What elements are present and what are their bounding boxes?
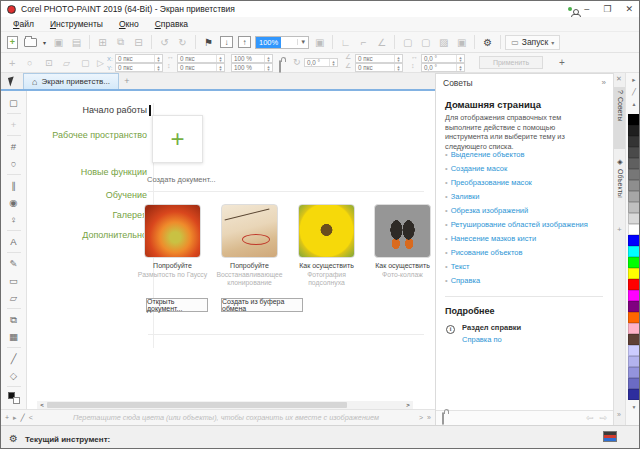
skew-y-field[interactable]: 0 пкс▲▼ — [355, 63, 403, 72]
palette-swatch[interactable] — [628, 180, 640, 191]
palette-swatch[interactable] — [628, 356, 640, 367]
scale-lock-icon[interactable] — [279, 61, 281, 72]
palette-swatch[interactable] — [628, 334, 640, 345]
menu-item-help[interactable]: Справка — [148, 18, 195, 30]
tips-link-fills[interactable]: •Заливки — [445, 192, 479, 201]
menu-item-tools[interactable]: Инструменты — [43, 18, 110, 30]
tips-link-transform-masks[interactable]: •Преобразование масок — [445, 178, 532, 187]
create-from-clipboard-button[interactable]: Создать из буфера обмена — [221, 298, 303, 312]
hscroll-left-arrow[interactable]: < — [37, 402, 47, 408]
crop-tool[interactable]: # — [4, 138, 24, 155]
rectangle-tool[interactable]: ▭ — [4, 272, 24, 289]
nav-extras[interactable]: Дополнительно — [37, 230, 147, 240]
help-topic-link[interactable]: Справка по — [462, 335, 502, 344]
tips-link-draw-objects[interactable]: •Рисование объектов — [445, 248, 522, 257]
zoom-tool[interactable]: ○ — [4, 155, 24, 172]
docker-strip-more[interactable]: » — [617, 411, 621, 418]
card-photo-collage[interactable] — [374, 204, 431, 258]
mask-brush-tool[interactable]: ♀ — [4, 211, 24, 228]
scale-x-field[interactable]: 100 %▲▼ — [231, 54, 273, 63]
palette-swatch[interactable] — [628, 378, 640, 389]
palette-scroll-down[interactable]: ▼ — [626, 404, 640, 410]
palette-eyedropper-icon[interactable]: ╱ — [626, 88, 640, 96]
status-options-gear-icon[interactable]: ⚙ — [9, 433, 18, 444]
palette-swatch[interactable] — [628, 367, 640, 378]
palette-bar-more[interactable]: » — [427, 414, 431, 421]
tips-link-create-masks[interactable]: •Создание масок — [445, 164, 507, 173]
palette-bar-flyout[interactable]: ▸ — [13, 414, 17, 422]
collapse-docker-button[interactable]: » — [602, 78, 606, 87]
palette-swatch[interactable] — [628, 169, 640, 180]
import-button[interactable]: ↓ — [218, 34, 235, 50]
palette-swatch[interactable] — [628, 224, 640, 235]
card-healing-clone[interactable] — [221, 204, 278, 258]
launch-button[interactable]: ▭ Запуск ▾ — [505, 35, 560, 50]
palette-swatch[interactable] — [628, 389, 640, 400]
tips-link-retouch[interactable]: •Ретуширование областей изображения — [445, 220, 588, 229]
options-button[interactable]: ⚙ — [479, 34, 496, 50]
palette-bar-eyedropper-icon[interactable]: ╱ — [21, 414, 25, 422]
nav-gallery[interactable]: Галерея — [37, 210, 147, 220]
paint-tool[interactable]: ✎ — [4, 255, 24, 272]
nav-workspace[interactable]: Рабочее пространство — [37, 130, 147, 140]
nav-learning[interactable]: Обучение — [37, 190, 147, 200]
mask-marquee-toggle[interactable]: ⚑ — [200, 34, 217, 50]
palette-swatch[interactable] — [628, 279, 640, 290]
minimize-button[interactable]: – — [584, 4, 589, 14]
palette-swatch[interactable] — [628, 312, 640, 323]
lock-icon[interactable] — [442, 413, 444, 424]
palette-swatch[interactable] — [628, 158, 640, 169]
hscroll-right-arrow[interactable]: > — [403, 402, 413, 408]
red-eye-removal-tool[interactable]: ◉ — [4, 194, 24, 211]
palette-scroll-up[interactable]: ▲ — [626, 101, 640, 107]
palette-swatch[interactable] — [628, 235, 640, 246]
palette-bar-scroll-right[interactable]: > — [419, 414, 423, 421]
width-field[interactable]: 0 пкс▲▼ — [177, 54, 225, 63]
tips-link-help[interactable]: •Справка — [445, 276, 480, 285]
rectangle-mask-tool[interactable]: ▢ — [4, 94, 24, 111]
palette-swatch[interactable] — [628, 147, 640, 158]
card-sunflower-photo[interactable] — [298, 204, 355, 258]
export-button[interactable]: ↑ — [236, 34, 253, 50]
nav-new-features[interactable]: Новые функции — [37, 167, 147, 177]
palette-swatch[interactable] — [628, 125, 640, 136]
new-document-button[interactable]: + — [4, 34, 21, 50]
new-tab-button[interactable]: + — [119, 73, 135, 89]
open-button[interactable] — [22, 34, 39, 50]
palette-flyout-button[interactable]: ▸ — [626, 76, 640, 84]
tips-link-crop-images[interactable]: •Обрезка изображений — [445, 206, 528, 215]
x-position-field[interactable]: 0 пкс▲▼ — [115, 54, 163, 63]
eraser-tool[interactable]: ▱ — [4, 289, 24, 306]
palette-swatch[interactable] — [628, 136, 640, 147]
text-tool[interactable]: A — [4, 233, 24, 250]
close-button[interactable]: ✕ — [625, 4, 633, 14]
hscroll-thumb[interactable] — [47, 402, 347, 408]
rotation-field[interactable]: 0,0 °▲▼ — [304, 58, 338, 67]
tips-link-text[interactable]: •Текст — [445, 262, 470, 271]
tips-link-brushstrokes[interactable]: •Нанесение мазков кисти — [445, 234, 536, 243]
palette-swatch[interactable] — [628, 290, 640, 301]
welcome-tab[interactable]: ⌂ Экран приветств... — [23, 73, 119, 89]
add-docker-button[interactable]: + — [617, 225, 622, 234]
card-gaussian-blur[interactable] — [144, 204, 201, 258]
eyedropper-tool[interactable]: ╱ — [4, 350, 24, 367]
object-sprayer-tool[interactable]: ⧉ — [4, 311, 24, 328]
skew-x-field[interactable]: 0 пкс▲▼ — [355, 54, 403, 63]
add-toolbox-button[interactable]: + — [5, 414, 9, 421]
palette-swatch[interactable] — [628, 114, 640, 125]
palette-swatch[interactable] — [628, 213, 640, 224]
clone-tool[interactable]: ∥ — [4, 177, 24, 194]
zoom-combo-caret-icon[interactable]: ▼ — [297, 39, 308, 45]
scale-y-field[interactable]: 100 %▲▼ — [231, 63, 273, 72]
palette-swatch[interactable] — [628, 323, 640, 334]
close-docker-button[interactable]: ✕ — [616, 75, 622, 83]
angle-y-field[interactable]: 0,0 °▲▼ — [421, 63, 465, 72]
palette-swatch[interactable] — [628, 345, 640, 356]
nav-get-started[interactable]: Начало работы — [37, 105, 147, 115]
create-document-card[interactable]: + — [152, 115, 203, 163]
palette-bar-scroll-left[interactable]: < — [29, 414, 33, 421]
palette-swatch[interactable] — [628, 268, 640, 279]
angle-x-field[interactable]: 0,0 °▲▼ — [421, 54, 465, 63]
y-position-field[interactable]: 0 пкс▲▼ — [115, 63, 163, 72]
palette-swatch[interactable] — [628, 202, 640, 213]
